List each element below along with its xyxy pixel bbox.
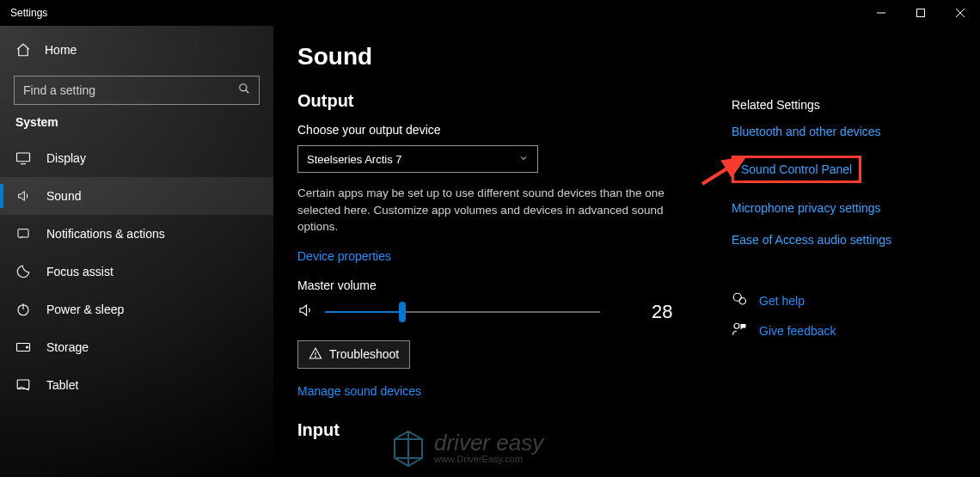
page-title: Sound (297, 43, 732, 70)
sidebar-item-label: Focus assist (46, 265, 113, 278)
sidebar-home-label: Home (45, 43, 77, 57)
choose-output-label: Choose your output device (297, 123, 732, 137)
related-settings-heading: Related Settings (732, 98, 980, 112)
sidebar-home[interactable]: Home (0, 33, 273, 67)
sidebar-item-label: Notifications & actions (46, 227, 165, 241)
chevron-down-icon (518, 153, 529, 166)
sound-control-panel-link[interactable]: Sound Control Panel (741, 162, 852, 176)
sidebar-item-label: Storage (46, 340, 89, 354)
search-icon (238, 83, 250, 98)
close-button[interactable] (940, 0, 980, 26)
focus-assist-icon (15, 264, 31, 279)
output-device-select[interactable]: Steelseries Arctis 7 (297, 145, 538, 173)
notifications-icon (15, 226, 31, 242)
maximize-button[interactable] (901, 0, 940, 26)
output-heading: Output (297, 91, 732, 111)
sidebar-item-label: Tablet (46, 378, 78, 392)
troubleshoot-label: Troubleshoot (329, 347, 399, 361)
svg-rect-2 (17, 153, 30, 162)
window-title: Settings (10, 7, 47, 19)
sidebar-item-label: Power & sleep (46, 303, 124, 316)
bluetooth-link[interactable]: Bluetooth and other devices (732, 125, 881, 138)
ease-of-access-audio-link[interactable]: Ease of Access audio settings (732, 233, 891, 247)
volume-value: 28 (652, 301, 672, 323)
sidebar-item-focus-assist[interactable]: Focus assist (0, 253, 273, 290)
microphone-privacy-link[interactable]: Microphone privacy settings (732, 201, 881, 215)
sidebar-item-display[interactable]: Display (0, 139, 273, 177)
help-icon (732, 291, 747, 309)
troubleshoot-button[interactable]: Troubleshoot (297, 340, 410, 369)
volume-slider[interactable] (325, 302, 600, 322)
search-box[interactable] (14, 76, 260, 105)
master-volume-label: Master volume (297, 278, 732, 292)
storage-icon (15, 339, 31, 355)
svg-point-8 (315, 356, 316, 357)
give-feedback-link[interactable]: Give feedback (759, 324, 836, 338)
power-icon (15, 302, 31, 317)
output-description: Certain apps may be set up to use differ… (297, 185, 676, 235)
svg-point-10 (739, 298, 746, 305)
display-icon (15, 150, 31, 166)
sidebar-item-label: Display (46, 151, 86, 165)
output-device-value: Steelseries Arctis 7 (307, 153, 402, 166)
home-icon (15, 42, 31, 58)
warning-icon (309, 346, 322, 363)
tablet-icon (15, 377, 31, 393)
manage-sound-devices-link[interactable]: Manage sound devices (297, 384, 732, 398)
device-properties-link[interactable]: Device properties (297, 249, 732, 263)
sidebar-item-sound[interactable]: Sound (0, 177, 273, 215)
sidebar-item-storage[interactable]: Storage (0, 328, 273, 366)
svg-rect-0 (917, 9, 925, 17)
sidebar-item-tablet[interactable]: Tablet (0, 366, 273, 404)
sound-icon (15, 188, 31, 204)
sidebar: Home System Display Sound (0, 26, 273, 477)
sidebar-item-notifications[interactable]: Notifications & actions (0, 215, 273, 253)
sidebar-item-label: Sound (46, 189, 81, 203)
svg-point-6 (27, 346, 28, 348)
sidebar-group-label: System (0, 115, 273, 139)
speaker-icon[interactable] (297, 303, 313, 321)
annotation-highlight: Sound Control Panel (732, 156, 861, 183)
search-input[interactable] (23, 83, 238, 97)
input-heading: Input (297, 420, 732, 440)
get-help-link[interactable]: Get help (759, 294, 805, 308)
sidebar-item-power-sleep[interactable]: Power & sleep (0, 290, 273, 328)
minimize-button[interactable] (861, 0, 901, 26)
svg-rect-3 (18, 229, 28, 237)
svg-point-11 (734, 323, 739, 328)
feedback-icon (732, 321, 747, 339)
svg-point-1 (240, 84, 247, 91)
window-controls (861, 0, 980, 26)
titlebar: Settings (0, 0, 980, 26)
